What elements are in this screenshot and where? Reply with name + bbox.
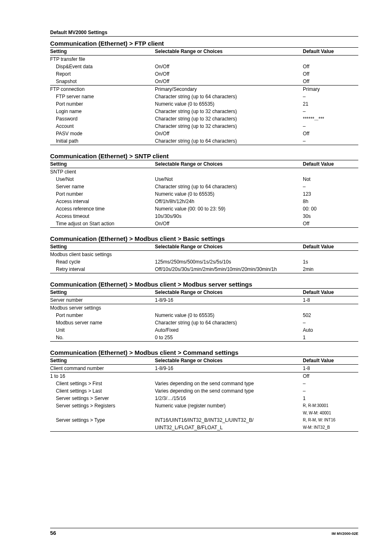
cell: W, W-M: 40001 [303, 409, 358, 416]
cell: FTP server name [50, 93, 155, 100]
cell [155, 304, 303, 312]
cell: Snapshot [50, 78, 155, 86]
cell: Varies depending on the send command typ… [155, 380, 303, 387]
cell: 1 to 16 [50, 372, 155, 380]
cell: 123 [303, 190, 358, 198]
cell: – [303, 319, 358, 326]
page-footer: 56 IM MV2000-02E [50, 528, 358, 536]
cell: Character string (up to 32 characters) [155, 115, 303, 123]
cell: Use/Not [50, 176, 155, 183]
cell: W-M: INT32_B [303, 424, 358, 432]
cell: Auto/Fixed [155, 326, 303, 334]
section-title-sntp: Communication (Ethernet) > SNTP client [50, 153, 358, 160]
cell: Off/1h/8h/12h/24h [155, 198, 303, 205]
cell: 21 [303, 100, 358, 108]
cell: Auto [303, 326, 358, 334]
col-range: Selectable Range or Choices [155, 357, 303, 365]
cell: Off [303, 78, 358, 86]
cell: Server name [50, 183, 155, 190]
cell: Numeric value (0 to 65535) [155, 312, 303, 319]
page-header: Default MV2000 Settings [50, 30, 358, 37]
cell: On/Off [155, 78, 303, 86]
cell: Modbus client basic settings [50, 251, 155, 259]
section-title-modbus-server: Communication (Ethernet) > Modbus client… [50, 281, 358, 288]
cell: Disp&Event data [50, 63, 155, 70]
cell: Numeric value (0 to 65535) [155, 190, 303, 198]
cell: Client command number [50, 365, 155, 372]
cell: 1-8 [303, 296, 358, 304]
cell: – [303, 387, 358, 395]
cell: Access interval [50, 198, 155, 205]
cell: Primary [303, 86, 358, 93]
cell [155, 56, 303, 63]
cell: R, R-M:30001 [303, 402, 358, 409]
cell: Numeric value (0 to 65535) [155, 100, 303, 108]
cell [155, 409, 303, 416]
cell: 1 [303, 395, 358, 402]
cell: Server settings > Registers [50, 402, 155, 409]
cell: Unit [50, 326, 155, 334]
cell: FTP connection [50, 86, 155, 93]
cell: Modbus server name [50, 319, 155, 326]
cell: Off [303, 220, 358, 228]
cell: On/Off [155, 130, 303, 137]
col-default: Default Value [303, 357, 358, 365]
cell: – [303, 183, 358, 190]
table-sntp: Setting Selectable Range or Choices Defa… [50, 160, 358, 228]
cell: 1 [303, 334, 358, 342]
cell: Server settings > Type [50, 416, 155, 424]
cell: Server number [50, 296, 155, 304]
col-setting: Setting [50, 357, 155, 365]
cell: On/Off [155, 220, 303, 228]
cell: Access reference time [50, 205, 155, 213]
cell: 2min [303, 266, 358, 273]
cell: INT16/UINT16/INT32_B/INT32_L/UINT32_B/ [155, 416, 303, 424]
col-default: Default Value [303, 243, 358, 251]
cell: Varies depending on the send command typ… [155, 387, 303, 395]
cell: – [303, 380, 358, 387]
cell [303, 251, 358, 259]
col-range: Selectable Range or Choices [155, 160, 303, 168]
table-modbus-command: Setting Selectable Range or Choices Defa… [50, 356, 358, 432]
cell: 0 to 255 [155, 334, 303, 342]
cell: R, R-M, W: INT16 [303, 416, 358, 424]
cell: Character string (up to 64 characters) [155, 137, 303, 145]
section-title-ftp: Communication (Ethernet) > FTP client [50, 40, 358, 47]
cell: Port number [50, 190, 155, 198]
cell: Character string (up to 64 characters) [155, 93, 303, 100]
section-title-modbus-command: Communication (Ethernet) > Modbus client… [50, 349, 358, 356]
cell: No. [50, 334, 155, 342]
section-title-modbus-basic: Communication (Ethernet) > Modbus client… [50, 235, 358, 242]
cell: 502 [303, 312, 358, 319]
cell: Client settings > Last [50, 387, 155, 395]
cell: Character string (up to 32 characters) [155, 123, 303, 130]
cell: 10s/30s/90s [155, 213, 303, 220]
cell [303, 56, 358, 63]
cell: – [303, 108, 358, 115]
cell: 30s [303, 213, 358, 220]
cell: Off [303, 372, 358, 380]
cell: ******...*** [303, 115, 358, 123]
col-range: Selectable Range or Choices [155, 48, 303, 56]
cell [303, 304, 358, 312]
cell: Access timeout [50, 213, 155, 220]
cell [155, 372, 303, 380]
col-default: Default Value [303, 289, 358, 296]
cell: 1-8 [303, 365, 358, 372]
cell: Numeric value (register number) [155, 402, 303, 409]
cell: 00: 00 [303, 205, 358, 213]
cell: PASV mode [50, 130, 155, 137]
cell: 1s [303, 258, 358, 266]
col-setting: Setting [50, 160, 155, 168]
cell: Client settings > First [50, 380, 155, 387]
cell [155, 168, 303, 176]
cell: Off [303, 63, 358, 70]
cell: Password [50, 115, 155, 123]
table-modbus-basic: Setting Selectable Range or Choices Defa… [50, 243, 358, 273]
cell: Numeric value (00: 00 to 23: 59) [155, 205, 303, 213]
cell [303, 168, 358, 176]
cell: Read cycle [50, 258, 155, 266]
cell: Port number [50, 312, 155, 319]
cell: Character string (up to 64 characters) [155, 319, 303, 326]
col-setting: Setting [50, 243, 155, 251]
